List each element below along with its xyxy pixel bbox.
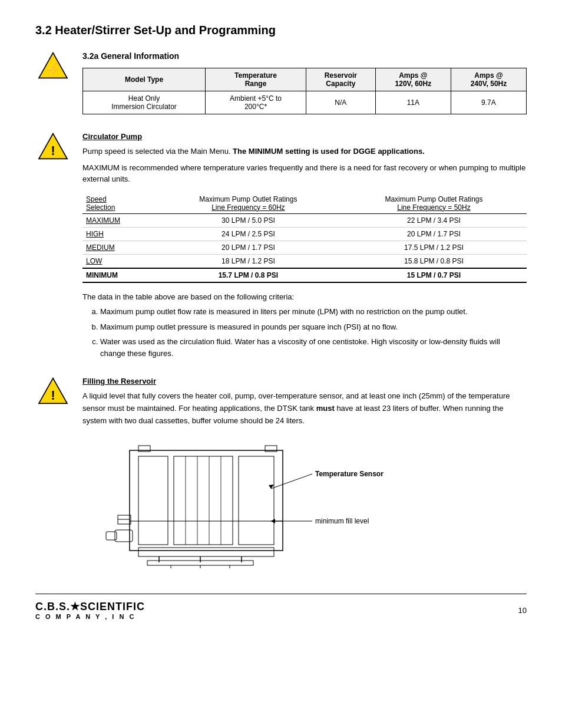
col-reservoir: ReservoirCapacity	[306, 68, 375, 91]
pump-col-speed: SpeedSelection	[82, 193, 156, 214]
svg-rect-6	[130, 450, 283, 551]
col-amps-240: Amps @240V, 50Hz	[451, 68, 526, 91]
footer-logo: C.B.S.★SCIENTIFIC C O M P A N Y , I N C	[35, 600, 145, 620]
hz60-high: 24 LPM / 2.5 PSI	[156, 227, 341, 241]
cell-reservoir: N/A	[306, 91, 375, 114]
hz60-low: 18 LPM / 1.2 PSI	[156, 254, 341, 268]
pump-intro2: MAXIMUM is recommended where temperature…	[82, 162, 527, 185]
logo-scientific: SCIENTIFIC	[80, 601, 145, 612]
hz50-low: 15.8 LPM / 0.8 PSI	[341, 254, 527, 268]
table-row: MEDIUM 20 LPM / 1.7 PSI 17.5 LPM / 1.2 P…	[82, 241, 527, 254]
reservoir-block: ! Filling the Reservoir A liquid level t…	[35, 377, 527, 570]
table-row: Heat OnlyImmersion Circulator Ambient +5…	[83, 91, 527, 114]
col-temp-range: TemperatureRange	[206, 68, 306, 91]
logo-sub: C O M P A N Y , I N C	[35, 613, 145, 620]
pump-intro: Pump speed is selected via the Main Menu…	[82, 146, 527, 157]
svg-rect-18	[138, 548, 274, 556]
hz50-medium: 17.5 LPM / 1.2 PSI	[341, 241, 527, 254]
svg-marker-26	[271, 519, 275, 523]
reservoir-title: Filling the Reservoir	[82, 377, 527, 386]
page-title: 3.2 Heater/Stirrer Set-Up and Programmin…	[35, 24, 527, 37]
specs-table: Model Type TemperatureRange ReservoirCap…	[82, 68, 527, 114]
table-row-minimum: MINIMUM 15.7 LPM / 0.8 PSI 15 LPM / 0.7 …	[82, 268, 527, 282]
svg-text:Temperature Sensor: Temperature Sensor	[315, 470, 384, 478]
pump-notes-list: Maximum pump outlet flow rate is measure…	[100, 306, 527, 359]
pump-intro-normal: Pump speed is selected via the Main Menu…	[82, 147, 230, 156]
footer-page: 10	[518, 606, 527, 615]
hz60-maximum: 30 LPM / 5.0 PSI	[156, 213, 341, 227]
pump-title: Circulator Pump	[82, 132, 527, 141]
hz50-maximum: 22 LPM / 3.4 PSI	[341, 213, 527, 227]
pump-col-60hz: Maximum Pump Outlet RatingsLine Frequenc…	[156, 193, 341, 214]
reservoir-content: Filling the Reservoir A liquid level tha…	[82, 377, 527, 570]
svg-line-23	[271, 474, 312, 489]
svg-text:⚡: ⚡	[45, 61, 62, 78]
table-row: LOW 18 LPM / 1.2 PSI 15.8 LPM / 0.8 PSI	[82, 254, 527, 268]
reservoir-text: A liquid level that fully covers the hea…	[82, 390, 527, 427]
pump-table-header-row: SpeedSelection Maximum Pump Outlet Ratin…	[82, 193, 527, 214]
svg-text:!: !	[51, 144, 55, 158]
general-info-content: 3.2a General Information Model Type Temp…	[82, 51, 527, 114]
col-model-type: Model Type	[83, 68, 206, 91]
footer: C.B.S.★SCIENTIFIC C O M P A N Y , I N C …	[35, 594, 527, 620]
svg-rect-9	[239, 456, 274, 545]
speed-medium: MEDIUM	[82, 241, 156, 254]
pump-notes-intro: The data in the table above are based on…	[82, 291, 527, 303]
warning-icon-reservoir: !	[35, 377, 71, 405]
pump-note-b: Maximum pump outlet pressure is measured…	[100, 321, 527, 333]
pump-note-a: Maximum pump outlet flow rate is measure…	[100, 306, 527, 318]
speed-minimum: MINIMUM	[82, 268, 156, 282]
general-info-block: ⚡ 3.2a General Information Model Type Te…	[35, 51, 527, 114]
table-row: MAXIMUM 30 LPM / 5.0 PSI 22 LPM / 3.4 PS…	[82, 213, 527, 227]
svg-text:!: !	[51, 388, 55, 403]
pump-notes: The data in the table above are based on…	[82, 291, 527, 360]
cell-temp: Ambient +5°C to200°C*	[206, 91, 306, 114]
hz60-minimum: 15.7 LPM / 0.8 PSI	[156, 268, 341, 282]
hz50-minimum: 15 LPM / 0.7 PSI	[341, 268, 527, 282]
svg-text:minimum fill level: minimum fill level	[315, 517, 369, 525]
logo-main: C.B.S.★SCIENTIFIC	[35, 600, 145, 613]
logo-text: C.B.S.	[35, 601, 70, 612]
speed-low: LOW	[82, 254, 156, 268]
pump-intro-bold: The MINIMUM setting is used for DGGE app…	[233, 147, 425, 156]
col-amps-120: Amps @120V, 60Hz	[375, 68, 451, 91]
svg-rect-7	[138, 456, 168, 545]
general-info-title: 3.2a General Information	[82, 51, 527, 61]
warning-icon-general: ⚡	[35, 51, 71, 80]
cell-amps-240: 9.7A	[451, 91, 526, 114]
hz60-medium: 20 LPM / 1.7 PSI	[156, 241, 341, 254]
speed-high: HIGH	[82, 227, 156, 241]
diagram-svg: Temperature Sensor minimum fill level	[82, 439, 436, 568]
pump-block: ! Circulator Pump Pump speed is selected…	[35, 132, 527, 363]
pump-table: SpeedSelection Maximum Pump Outlet Ratin…	[82, 193, 527, 283]
pump-note-c: Water was used as the circulation fluid.…	[100, 336, 527, 359]
cell-model: Heat OnlyImmersion Circulator	[83, 91, 206, 114]
pump-content: Circulator Pump Pump speed is selected v…	[82, 132, 527, 363]
logo-star: ★	[70, 601, 80, 612]
speed-maximum: MAXIMUM	[82, 213, 156, 227]
table-row: HIGH 24 LPM / 2.5 PSI 20 LPM / 1.7 PSI	[82, 227, 527, 241]
svg-rect-8	[174, 456, 233, 545]
pump-col-50hz: Maximum Pump Outlet RatingsLine Frequenc…	[341, 193, 527, 214]
warning-icon-pump: !	[35, 132, 71, 160]
cell-amps-120: 11A	[375, 91, 451, 114]
reservoir-diagram: Temperature Sensor minimum fill level	[82, 439, 527, 570]
hz50-high: 20 LPM / 1.7 PSI	[341, 227, 527, 241]
